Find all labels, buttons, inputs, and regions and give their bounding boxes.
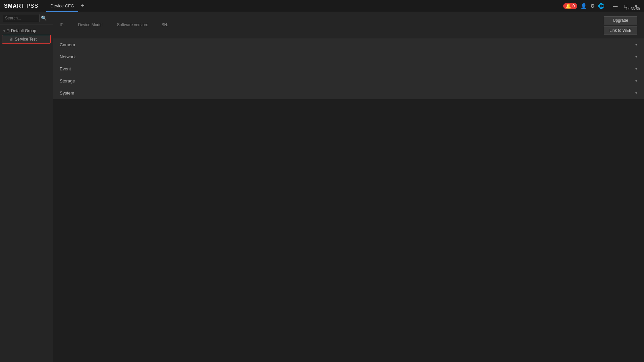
minimize-button[interactable]: — bbox=[611, 3, 620, 9]
settings-icon[interactable]: ⚙ bbox=[590, 3, 595, 9]
accordion-header-network[interactable]: Network ▾ bbox=[53, 51, 644, 63]
accordion-arrow-icon: ▾ bbox=[635, 55, 637, 59]
tree-item-icon: 🖥 bbox=[9, 37, 13, 42]
accordion-section-system: System ▾ bbox=[53, 87, 644, 99]
accordion-arrow-icon: ▾ bbox=[635, 43, 637, 47]
tree-item-label: Service Test bbox=[15, 37, 37, 42]
titlebar: SMART PSS Device CFG + 🔔 0 👤 ⚙ 🌐 — □ ✕ 1… bbox=[0, 0, 644, 12]
accordion-header-camera[interactable]: Camera ▾ bbox=[53, 39, 644, 51]
sn-label: SN: bbox=[161, 22, 168, 27]
model-label: Device Model: bbox=[78, 22, 104, 27]
accordion-list: Camera ▾ Network ▾ Event ▾ Storage ▾ Sys… bbox=[53, 39, 644, 99]
accordion-header-system[interactable]: System ▾ bbox=[53, 87, 644, 99]
accordion-section-event: Event ▾ bbox=[53, 63, 644, 75]
sidebar: 🔍 ▾ ⊞ Default Group 🖥 Service Test bbox=[0, 12, 53, 362]
bell-icon: 🔔 bbox=[566, 3, 571, 9]
app-name-pss: PSS bbox=[25, 3, 38, 9]
accordion-header-event[interactable]: Event ▾ bbox=[53, 63, 644, 75]
tree-arrow-icon: ▾ bbox=[3, 29, 5, 33]
tab-device-cfg[interactable]: Device CFG bbox=[46, 0, 78, 12]
accordion-label: Storage bbox=[60, 78, 75, 83]
upgrade-button[interactable]: Upgrade bbox=[604, 16, 637, 24]
search-icon[interactable]: 🔍 bbox=[41, 15, 47, 21]
search-input[interactable] bbox=[3, 14, 40, 22]
search-bar: 🔍 bbox=[0, 12, 53, 24]
tab-add-button[interactable]: + bbox=[78, 2, 87, 9]
sn-field: SN: bbox=[161, 22, 168, 28]
tree-section: ▾ ⊞ Default Group 🖥 Service Test bbox=[0, 24, 53, 47]
accordion-arrow-icon: ▾ bbox=[635, 67, 637, 71]
accordion-section-camera: Camera ▾ bbox=[53, 39, 644, 51]
accordion-arrow-icon: ▾ bbox=[635, 91, 637, 95]
link-to-web-button[interactable]: Link to WEB bbox=[604, 26, 637, 35]
app-name-smart: SMART bbox=[4, 3, 25, 9]
ip-label: IP: bbox=[60, 22, 65, 27]
accordion-header-storage[interactable]: Storage ▾ bbox=[53, 75, 644, 87]
main-layout: 🔍 ▾ ⊞ Default Group 🖥 Service Test IP: D… bbox=[0, 12, 644, 362]
app-logo: SMART PSS bbox=[4, 3, 38, 9]
accordion-label: System bbox=[60, 90, 74, 96]
user-icon[interactable]: 👤 bbox=[581, 3, 587, 9]
accordion-section-storage: Storage ▾ bbox=[53, 75, 644, 87]
notification-badge[interactable]: 🔔 0 bbox=[563, 3, 577, 9]
tree-item-service-test[interactable]: 🖥 Service Test bbox=[2, 35, 51, 44]
accordion-label: Event bbox=[60, 66, 71, 71]
accordion-arrow-icon: ▾ bbox=[635, 79, 637, 83]
model-field: Device Model: bbox=[78, 22, 104, 28]
tree-group-icon: ⊞ bbox=[6, 28, 10, 33]
device-actions: Upgrade Link to WEB bbox=[604, 16, 637, 35]
software-field: Software version: bbox=[117, 22, 148, 28]
device-info-panel: IP: Device Model: Software version: SN: … bbox=[53, 12, 644, 39]
content-area: IP: Device Model: Software version: SN: … bbox=[53, 12, 644, 362]
network-icon[interactable]: 🌐 bbox=[598, 3, 604, 9]
accordion-label: Camera bbox=[60, 42, 75, 47]
tree-group-label: Default Group bbox=[11, 28, 36, 33]
tree-group-default[interactable]: ▾ ⊞ Default Group bbox=[1, 27, 51, 35]
time-display: 14:33:59 bbox=[626, 7, 640, 11]
ip-field: IP: bbox=[60, 22, 65, 28]
accordion-section-network: Network ▾ bbox=[53, 51, 644, 63]
accordion-label: Network bbox=[60, 54, 76, 59]
notification-count: 0 bbox=[573, 4, 575, 8]
software-label: Software version: bbox=[117, 22, 148, 27]
